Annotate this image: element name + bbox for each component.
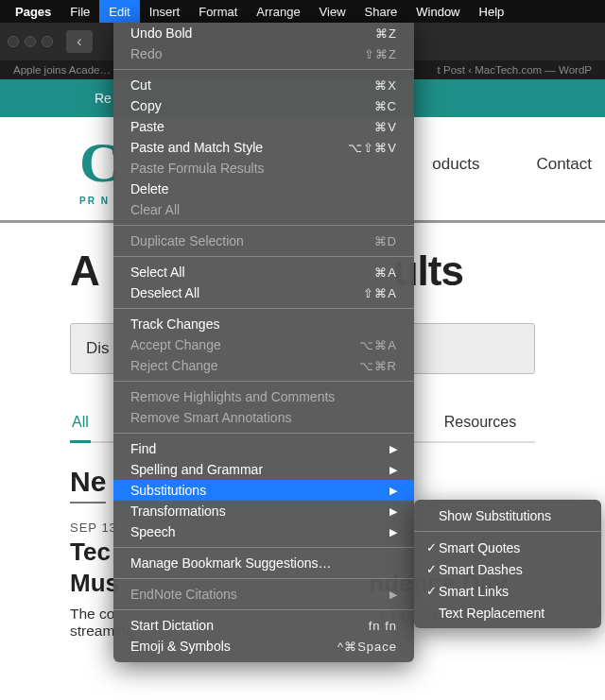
tab-resources[interactable]: Resources — [442, 414, 518, 441]
menu-item-label: Reject Change — [130, 358, 359, 373]
menu-shortcut: ⇧⌘Z — [364, 47, 397, 61]
menu-item-accept-change: Accept Change⌥⌘A — [113, 334, 414, 355]
menu-item-label: Start Dictation — [130, 618, 369, 633]
menu-item-delete[interactable]: Delete — [113, 179, 414, 199]
menu-item-endnote-citations: EndNote Citations▶ — [113, 584, 414, 605]
menu-item-transformations[interactable]: Transformations▶ — [113, 501, 414, 521]
primary-nav: oducts Contact — [432, 155, 592, 174]
submenu-item-label: Smart Links — [439, 584, 590, 599]
menu-shortcut: fn fn — [369, 619, 397, 633]
menu-shortcut: ⌘C — [374, 99, 397, 113]
submenu-item-show-substitutions[interactable]: Show Substitutions — [414, 504, 601, 526]
menu-item-copy[interactable]: Copy⌘C — [113, 95, 414, 116]
menu-help[interactable]: Help — [470, 0, 514, 23]
nav-products[interactable]: oducts — [432, 155, 479, 174]
menu-item-label: Redo — [130, 46, 364, 61]
menu-item-label: Delete — [130, 181, 397, 196]
menu-separator — [113, 578, 414, 579]
menu-item-manage-bookmark-suggestions[interactable]: Manage Bookmark Suggestions… — [113, 553, 414, 573]
menu-item-duplicate-selection: Duplicate Selection⌘D — [113, 230, 414, 251]
menu-item-start-dictation[interactable]: Start Dictationfn fn — [113, 615, 414, 636]
checkmark-icon: ✓ — [424, 584, 439, 598]
traffic-light-close[interactable] — [8, 36, 19, 47]
submenu-item-label: Show Substitutions — [439, 508, 590, 523]
menu-item-label: Manage Bookmark Suggestions… — [130, 555, 397, 571]
menu-separator — [113, 256, 414, 257]
chevron-right-icon: ▶ — [389, 589, 397, 601]
menu-format[interactable]: Format — [189, 0, 247, 23]
menu-shortcut: ^⌘Space — [337, 640, 397, 654]
submenu-item-smart-dashes[interactable]: ✓Smart Dashes — [414, 558, 601, 580]
menu-shortcut: ⌘X — [374, 78, 397, 93]
menu-item-label: Duplicate Selection — [130, 233, 374, 248]
submenu-item-label: Smart Quotes — [439, 540, 590, 555]
menu-shortcut: ⌘V — [374, 120, 397, 134]
chevron-right-icon: ▶ — [389, 443, 397, 455]
chevron-right-icon: ▶ — [389, 464, 397, 476]
menu-separator — [414, 531, 601, 532]
menu-item-redo: Redo⇧⌘Z — [113, 43, 414, 64]
menu-item-label: Find — [130, 441, 389, 456]
browser-tab[interactable]: Apple joins Acade… — [13, 64, 111, 76]
menu-item-reject-change: Reject Change⌥⌘R — [113, 355, 414, 376]
menu-separator — [113, 69, 414, 70]
submenu-item-smart-quotes[interactable]: ✓Smart Quotes — [414, 537, 601, 558]
menu-shortcut: ⌥⇧⌘V — [348, 141, 397, 155]
menu-edit[interactable]: Edit — [99, 0, 139, 23]
menu-item-emoji-symbols[interactable]: Emoji & Symbols^⌘Space — [113, 636, 414, 657]
checkmark-icon: ✓ — [424, 562, 439, 576]
menu-item-paste-and-match-style[interactable]: Paste and Match Style⌥⇧⌘V — [113, 137, 414, 158]
tab-all[interactable]: All — [70, 414, 91, 443]
menu-window[interactable]: Window — [406, 0, 469, 23]
menu-arrange[interactable]: Arrange — [247, 0, 309, 23]
menu-share[interactable]: Share — [355, 0, 407, 23]
menu-insert[interactable]: Insert — [140, 0, 190, 23]
submenu-item-smart-links[interactable]: ✓Smart Links — [414, 580, 601, 602]
menu-item-label: Track Changes — [130, 316, 397, 332]
menu-item-undo-bold[interactable]: Undo Bold⌘Z — [113, 23, 414, 43]
menu-item-cut[interactable]: Cut⌘X — [113, 75, 414, 95]
banner-text: Re — [95, 91, 112, 106]
menu-item-paste[interactable]: Paste⌘V — [113, 116, 414, 137]
display-label: Dis — [86, 339, 110, 358]
menu-file[interactable]: File — [60, 0, 99, 23]
section-heading: Ne — [70, 466, 106, 504]
app-menu[interactable]: Pages — [6, 0, 60, 23]
menu-item-label: Remove Highlights and Comments — [130, 389, 397, 404]
menu-item-label: Undo Bold — [130, 26, 375, 41]
menu-item-track-changes[interactable]: Track Changes — [113, 314, 414, 334]
menu-item-substitutions[interactable]: Substitutions▶ — [113, 480, 414, 501]
menu-separator — [113, 381, 414, 382]
menu-item-remove-highlights-and-comments: Remove Highlights and Comments — [113, 386, 414, 407]
chevron-right-icon: ▶ — [389, 505, 397, 518]
menu-item-label: Substitutions — [130, 483, 389, 498]
menu-separator — [113, 308, 414, 309]
submenu-item-text-replacement[interactable]: Text Replacement — [414, 602, 601, 623]
traffic-light-min[interactable] — [25, 36, 36, 47]
menu-separator — [113, 609, 414, 610]
substitutions-submenu: Show Substitutions✓Smart Quotes✓Smart Da… — [414, 500, 601, 628]
menu-item-speech[interactable]: Speech▶ — [113, 521, 414, 542]
traffic-light-max[interactable] — [42, 36, 53, 47]
menu-item-label: Emoji & Symbols — [130, 639, 337, 654]
back-button[interactable]: ‹ — [66, 30, 93, 53]
menu-item-deselect-all[interactable]: Deselect All⇧⌘A — [113, 282, 414, 303]
menu-item-label: Remove Smart Annotations — [130, 410, 397, 425]
browser-tab-right[interactable]: t Post ‹ MacTech.com — WordP — [438, 64, 592, 76]
menu-item-spelling-and-grammar[interactable]: Spelling and Grammar▶ — [113, 459, 414, 480]
menu-item-clear-all: Clear All — [113, 199, 414, 220]
menu-item-find[interactable]: Find▶ — [113, 438, 414, 459]
menu-item-label: Paste Formula Results — [130, 161, 397, 176]
menu-item-select-all[interactable]: Select All⌘A — [113, 262, 414, 282]
menu-shortcut: ⇧⌘A — [363, 286, 397, 300]
edit-menu-dropdown: Undo Bold⌘ZRedo⇧⌘ZCut⌘XCopy⌘CPaste⌘VPast… — [113, 23, 414, 662]
menu-view[interactable]: View — [310, 0, 355, 23]
nav-contact[interactable]: Contact — [536, 155, 592, 174]
menu-shortcut: ⌘D — [374, 234, 397, 248]
menu-item-label: EndNote Citations — [130, 587, 389, 602]
menu-shortcut: ⌥⌘A — [359, 338, 397, 352]
checkmark-icon: ✓ — [424, 540, 439, 555]
menu-separator — [113, 225, 414, 226]
menu-item-label: Transformations — [130, 504, 389, 519]
menu-item-label: Cut — [130, 77, 374, 93]
